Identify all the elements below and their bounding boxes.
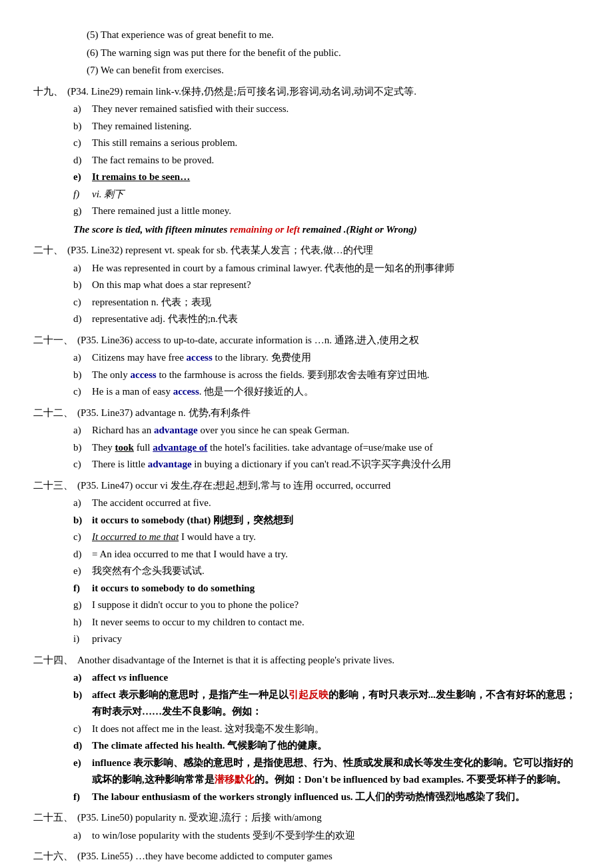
text-25a: to win/lose popularity with the students… — [92, 827, 580, 845]
section-22-header: 二十二、 (P35. Line37) advantage n. 优势,有利条件 — [33, 405, 580, 422]
section-19-num: 十九、 — [33, 83, 63, 101]
section-21: 二十一、 (P35. Line36) access to up-to-date,… — [33, 332, 580, 401]
label-23b: b) — [73, 512, 88, 529]
section-20-b: b) On this map what does a star represen… — [73, 277, 580, 294]
text-20c: representation n. 代表；表现 — [92, 294, 580, 311]
keyword-advantage-22a: advantage — [154, 425, 198, 435]
section-25-a: a) to win/lose popularity with the stude… — [73, 827, 580, 845]
label-19b: b) — [73, 118, 88, 135]
section-23-title: (P35. Line47) occur vi 发生,存在;想起,想到,常与 to… — [77, 477, 390, 495]
section-19: 十九、 (P34. Line29) remain link-v.保持,仍然是;后… — [33, 83, 580, 239]
label-21c: c) — [73, 383, 88, 401]
section-25-num: 二十五、 — [33, 809, 73, 827]
highlight-remaining: remaining or left — [230, 224, 300, 235]
section-22-a: a) Richard has an advantage over you sin… — [73, 422, 580, 439]
text-23b: it occurs to somebody (that) 刚想到，突然想到 — [92, 512, 580, 529]
section-23-d: d) = An idea occurred to me that I would… — [73, 546, 580, 563]
section-21-b: b) The only access to the farmhouse is a… — [73, 367, 580, 384]
section-24-d: d) The climate affected his health. 气候影响… — [73, 737, 580, 755]
text-24b: affect 表示影响的意思时，是指产生一种足以引起反映的影响，有时只表示对..… — [92, 687, 580, 721]
benefit-item-6: (6) The warning sign was put there for t… — [33, 45, 580, 62]
section-26-num: 二十六、 — [33, 848, 73, 865]
label-19a: a) — [73, 101, 88, 118]
section-24-f: f) The labour enthusiasm of the workers … — [73, 789, 580, 806]
section-20-d: d) representative adj. 代表性的;n.代表 — [73, 311, 580, 328]
section-20-num: 二十、 — [33, 242, 63, 259]
section-20: 二十、 (P35. Line32) represent vt. speak fo… — [33, 242, 580, 328]
text-24f: The labour enthusiasm of the workers str… — [92, 789, 580, 806]
label-23f: f) — [73, 580, 88, 597]
section-26-header: 二十六、 (P35. Line55) …they have become add… — [33, 848, 580, 865]
text-24d: The climate affected his health. 气候影响了他的… — [92, 737, 580, 755]
text-19e: It remains to be seen… — [92, 169, 580, 186]
section-22-c: c) There is little advantage in buying a… — [73, 456, 580, 473]
section-22-num: 二十二、 — [33, 405, 73, 422]
section-20-title: (P35. Line32) represent vt. speak for sb… — [67, 242, 373, 259]
label-23e: e) — [73, 563, 88, 580]
section-23-b: b) it occurs to somebody (that) 刚想到，突然想到 — [73, 512, 580, 529]
section-23-e: e) 我突然有个念头我要试试. — [73, 563, 580, 580]
section-21-c: c) He is a man of easy access. 他是一个很好接近的… — [73, 383, 580, 401]
text-21b: The only access to the farmhouse is acro… — [92, 367, 580, 384]
label-20a: a) — [73, 260, 88, 277]
text-23i: privacy — [92, 631, 580, 648]
section-24: 二十四、 Another disadvantage of the Interne… — [33, 652, 580, 806]
text-23g: I suppose it didn't occur to you to phon… — [92, 597, 580, 614]
text-20a: He was represented in court by a famous … — [92, 260, 580, 277]
text-23e: 我突然有个念头我要试试. — [92, 563, 580, 580]
section-21-a: a) Citizens may have free access to the … — [73, 349, 580, 367]
section-23-i: i) privacy — [73, 631, 580, 648]
text-23a: The accident occurred at five. — [92, 495, 580, 512]
section-23-c: c) It occurred to me that I would have a… — [73, 529, 580, 546]
section-19-f: f) vi. 剩下 — [73, 186, 580, 203]
highlight-qiyifanying: 引起反映 — [289, 689, 328, 700]
label-23g: g) — [73, 597, 88, 614]
section-25: 二十五、 (P35. Line50) popularity n. 受欢迎,流行；… — [33, 809, 580, 844]
text-20b: On this map what does a star represent? — [92, 277, 580, 294]
section-23-num: 二十三、 — [33, 477, 73, 495]
label-22c: c) — [73, 456, 88, 473]
keyword-access-21a: access — [187, 352, 213, 363]
text-19b: They remained listening. — [92, 118, 580, 135]
section-24-num: 二十四、 — [33, 652, 73, 669]
keyword-access-21b: access — [131, 369, 157, 380]
label-21a: a) — [73, 349, 88, 367]
label-20d: d) — [73, 311, 88, 328]
label-23h: h) — [73, 614, 88, 631]
label-24d: d) — [73, 737, 88, 755]
section-23: 二十三、 (P35. Line47) occur vi 发生,存在;想起,想到,… — [33, 477, 580, 648]
label-23i: i) — [73, 631, 88, 648]
benefit-text-5: (5) That experience was of great benefit… — [87, 27, 274, 44]
keyword-advantage-22c: advantage — [148, 459, 192, 469]
text-20d: representative adj. 代表性的;n.代表 — [92, 311, 580, 328]
section-19-note: The score is tied, with fifteen minutes … — [73, 221, 580, 239]
text-23h: It never seems to occur to my children t… — [92, 614, 580, 631]
label-22b: b) — [73, 439, 88, 457]
text-21a: Citizens may have free access to the lib… — [92, 349, 580, 367]
text-19f: vi. 剩下 — [92, 186, 580, 203]
section-24-a: a) affect vs influence — [73, 669, 580, 687]
text-19a: They never remained satisfied with their… — [92, 101, 580, 118]
label-19g: g) — [73, 203, 88, 220]
text-22b: They took full advantage of the hotel's … — [92, 439, 580, 457]
section-19-d: d) The fact remains to be proved. — [73, 152, 580, 169]
section-22-b: b) They took full advantage of the hotel… — [73, 439, 580, 457]
label-23c: c) — [73, 529, 88, 546]
section-22: 二十二、 (P35. Line37) advantage n. 优势,有利条件 … — [33, 405, 580, 473]
label-24e: e) — [73, 755, 88, 772]
keyword-took-22b: took — [115, 442, 134, 453]
label-20b: b) — [73, 277, 88, 294]
benefit-text-6: (6) The warning sign was put there for t… — [87, 45, 341, 62]
label-25a: a) — [73, 827, 88, 845]
text-19-note: The score is tied, with fifteen minutes … — [73, 221, 580, 239]
section-20-header: 二十、 (P35. Line32) represent vt. speak fo… — [33, 242, 580, 259]
section-19-a: a) They never remained satisfied with th… — [73, 101, 580, 118]
text-22a: Richard has an advantage over you since … — [92, 422, 580, 439]
keyword-advantage-of-22b: advantage of — [153, 442, 207, 453]
section-24-b: b) affect 表示影响的意思时，是指产生一种足以引起反映的影响，有时只表示… — [73, 687, 580, 721]
label-19d: d) — [73, 152, 88, 169]
label-24a: a) — [73, 669, 88, 687]
label-24c: c) — [73, 721, 88, 738]
text-19c: This still remains a serious problem. — [92, 135, 580, 152]
benefit-item-5: (5) That experience was of great benefit… — [33, 27, 580, 44]
